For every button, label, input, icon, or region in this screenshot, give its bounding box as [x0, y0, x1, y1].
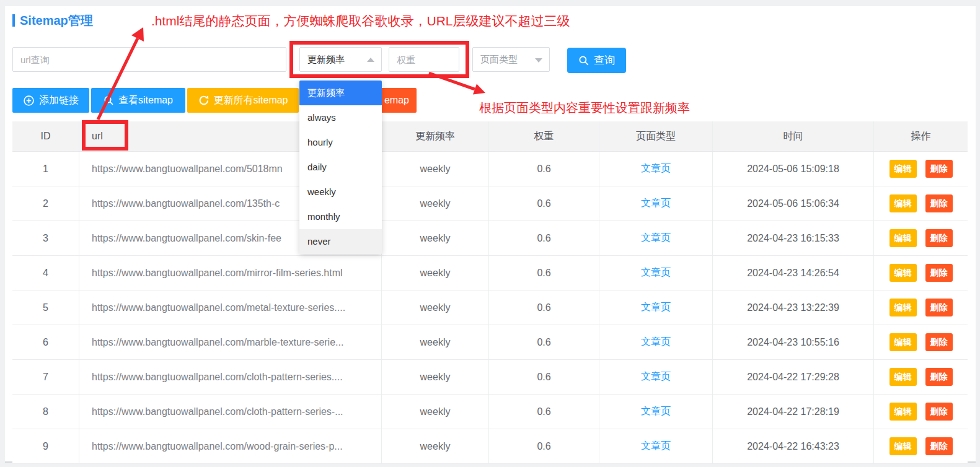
page-type-link[interactable]: 文章页: [641, 266, 671, 279]
header-id: ID: [12, 121, 79, 151]
view-sitemap-button[interactable]: 查看sitemap: [91, 88, 185, 113]
cell-frequency: weekly: [382, 290, 489, 325]
page-type-link[interactable]: 文章页: [641, 405, 671, 418]
cell-weight: 0.6: [489, 221, 599, 255]
cell-url: https://www.bangtuowallpanel.com/marble-…: [79, 325, 382, 359]
dropdown-option-weekly[interactable]: weekly: [299, 180, 382, 204]
frequency-select[interactable]: 更新频率: [299, 47, 382, 72]
chevron-up-icon: [367, 58, 374, 62]
cell-time: 2024-04-23 10:55:16: [713, 325, 874, 359]
search-icon: [578, 55, 589, 66]
header-frequency: 更新频率: [382, 121, 489, 151]
cell-weight: 0.6: [489, 395, 599, 429]
cell-frequency: weekly: [382, 256, 489, 290]
page-type-select[interactable]: 页面类型: [472, 47, 550, 72]
header-page-type: 页面类型: [599, 121, 713, 151]
weight-input[interactable]: [389, 47, 459, 72]
cell-time: 2024-04-22 17:29:28: [713, 360, 874, 394]
cell-url: https://www.bangtuowallpanel.com/mirror-…: [79, 256, 382, 290]
cell-weight: 0.6: [489, 152, 599, 186]
dropdown-option-hourly[interactable]: hourly: [299, 130, 382, 155]
chevron-down-icon: [535, 58, 542, 63]
cell-frequency: weekly: [382, 395, 489, 429]
cell-time: 2024-04-22 16:43:23: [713, 429, 874, 463]
cell-frequency: weekly: [382, 186, 489, 220]
frequency-select-label: 更新频率: [307, 54, 345, 64]
page-title: Sitemap管理: [20, 12, 93, 29]
cell-frequency: weekly: [382, 152, 489, 186]
view-sitemap-label: 查看sitemap: [118, 94, 173, 107]
delete-button[interactable]: 删除: [925, 264, 953, 282]
cell-id: 8: [12, 395, 79, 429]
edit-button[interactable]: 编辑: [890, 194, 917, 212]
cell-weight: 0.6: [489, 290, 599, 325]
cell-url: https://www.bangtuowallpanel.com/metal-t…: [79, 290, 382, 325]
table-row: 9 https://www.bangtuowallpanel.com/wood-…: [12, 429, 968, 464]
table-row: 6 https://www.bangtuowallpanel.com/marbl…: [12, 325, 968, 360]
delete-button[interactable]: 删除: [925, 160, 953, 178]
delete-button[interactable]: 删除: [925, 229, 953, 247]
page-type-link[interactable]: 文章页: [641, 232, 671, 245]
page-type-link[interactable]: 文章页: [641, 440, 671, 453]
edit-button[interactable]: 编辑: [890, 437, 917, 455]
page-type-link[interactable]: 文章页: [641, 301, 671, 314]
edit-button[interactable]: 编辑: [890, 264, 917, 282]
dropdown-option-always[interactable]: always: [299, 105, 382, 130]
table-row: 7 https://www.bangtuowallpanel.com/cloth…: [12, 360, 968, 395]
cell-id: 2: [12, 186, 79, 220]
table-row: 1 https://www.bangtuowallpanel.com/5018m…: [12, 152, 968, 186]
dropdown-option-never[interactable]: never: [299, 229, 382, 254]
cell-weight: 0.6: [489, 256, 599, 290]
cell-id: 4: [12, 256, 79, 290]
edit-button[interactable]: 编辑: [890, 403, 917, 421]
cell-frequency: weekly: [382, 429, 489, 463]
table-row: 3 https://www.bangtuowallpanel.com/skin-…: [12, 221, 968, 256]
cell-weight: 0.6: [489, 360, 599, 394]
cell-id: 1: [12, 152, 79, 186]
refresh-icon: [198, 95, 209, 106]
page-type-link[interactable]: 文章页: [641, 162, 671, 175]
page-type-link[interactable]: 文章页: [641, 336, 671, 349]
edit-button[interactable]: 编辑: [890, 368, 917, 386]
add-link-button[interactable]: 添加链接: [12, 88, 89, 113]
cell-id: 9: [12, 429, 79, 463]
add-link-label: 添加链接: [39, 94, 79, 107]
circle-plus-icon: [23, 95, 35, 107]
cell-time: 2024-04-23 14:26:54: [713, 256, 874, 290]
cell-time: 2024-05-06 15:09:18: [713, 152, 874, 186]
table-header-row: ID url 更新频率 权重 页面类型 时间 操作: [12, 121, 968, 152]
edit-button[interactable]: 编辑: [890, 333, 917, 351]
dropdown-option-frequency[interactable]: 更新频率: [299, 81, 382, 105]
edit-button[interactable]: 编辑: [890, 160, 917, 178]
delete-button[interactable]: 删除: [925, 437, 953, 455]
cell-url: https://www.bangtuowallpanel.com/wood-gr…: [79, 429, 382, 463]
delete-button[interactable]: 删除: [925, 299, 953, 316]
cell-id: 3: [12, 221, 79, 255]
delete-button[interactable]: 删除: [925, 333, 953, 351]
query-button-label: 查询: [594, 53, 615, 68]
frequency-dropdown: 更新频率 always hourly daily weekly monthly …: [299, 81, 382, 254]
cell-id: 6: [12, 325, 79, 359]
page-type-link[interactable]: 文章页: [641, 197, 671, 210]
edit-button[interactable]: 编辑: [890, 299, 917, 316]
cell-time: 2024-04-23 13:22:39: [713, 290, 874, 325]
cell-frequency: weekly: [382, 325, 489, 359]
page-type-link[interactable]: 文章页: [641, 370, 671, 383]
cell-url: https://www.bangtuowallpanel.com/cloth-p…: [79, 360, 382, 394]
partial-button-label: emap: [384, 95, 409, 106]
dropdown-option-monthly[interactable]: monthly: [299, 204, 382, 229]
cell-weight: 0.6: [489, 429, 599, 463]
dropdown-option-daily[interactable]: daily: [299, 155, 382, 180]
query-button[interactable]: 查询: [567, 48, 626, 73]
update-all-sitemap-button[interactable]: 更新所有sitemap: [187, 88, 299, 113]
cell-url: https://www.bangtuowallpanel.com/cloth-p…: [79, 395, 382, 429]
delete-button[interactable]: 删除: [925, 368, 953, 386]
edit-button[interactable]: 编辑: [890, 229, 917, 247]
cell-time: 2024-05-06 15:06:34: [713, 186, 874, 220]
table-row: 4 https://www.bangtuowallpanel.com/mirro…: [12, 256, 968, 290]
cell-weight: 0.6: [489, 325, 599, 359]
url-search-input[interactable]: [12, 47, 286, 72]
delete-button[interactable]: 删除: [925, 194, 953, 212]
delete-button[interactable]: 删除: [925, 403, 953, 421]
cell-frequency: weekly: [382, 360, 489, 394]
